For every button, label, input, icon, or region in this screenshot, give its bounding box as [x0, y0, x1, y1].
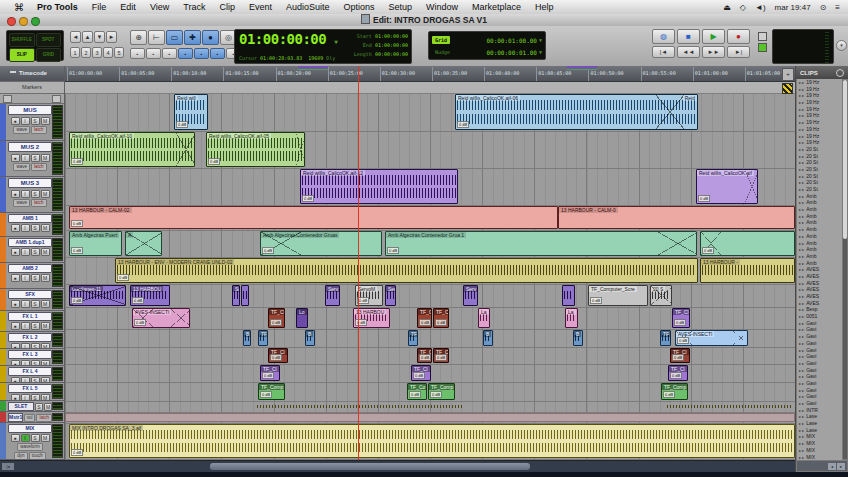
solo-button[interactable]: S	[31, 274, 40, 282]
audio-clip[interactable]: TF_Cl0 dB	[260, 365, 280, 381]
clip-list-item[interactable]: ▸ ▸19 Hz	[797, 112, 842, 119]
audio-clip[interactable]: Gavilanes-110 dB	[69, 285, 126, 306]
ruler-tick[interactable]: 01:00:15:00	[225, 70, 258, 76]
audio-clip[interactable]	[562, 285, 575, 306]
audio-clip[interactable]	[665, 402, 795, 411]
solo-button[interactable]: S	[31, 154, 40, 162]
tool-option-1[interactable]: ▪	[146, 48, 161, 59]
audio-clip[interactable]	[255, 402, 465, 411]
track-name[interactable]: SFX	[8, 290, 52, 299]
clip-list-item[interactable]: ▸ ▸AVES	[797, 273, 842, 280]
clip-list-item[interactable]: ▸ ▸Amb	[797, 240, 842, 247]
automation-mode-selector[interactable]: latch	[31, 163, 47, 171]
clip-list-item[interactable]: ▸ ▸AVES	[797, 280, 842, 287]
menu-item-setup[interactable]: Setup	[382, 0, 420, 14]
audio-clip[interactable]: Ser	[385, 285, 396, 306]
solo-button[interactable]: S	[35, 403, 43, 411]
record-enable-button[interactable]: ●	[11, 154, 20, 162]
track-view-selector[interactable]: wave	[13, 163, 30, 171]
track-name[interactable]: AMB 1	[8, 214, 52, 223]
clip-list-item[interactable]: ▸ ▸AVES	[797, 293, 842, 300]
clip-list-item[interactable]: ▸ ▸19 Hz	[797, 119, 842, 126]
solo-button[interactable]: S	[31, 224, 40, 232]
ruler-tick[interactable]: 01:00:55:00	[643, 70, 676, 76]
record-enable-button[interactable]: ●	[11, 322, 20, 330]
tool-option-3[interactable]: ▪	[178, 48, 193, 59]
audio-clip[interactable]: MIX INTRO DROGAS SA_3.aif0 dB	[69, 424, 795, 458]
input-monitor-button[interactable]: I	[21, 274, 30, 282]
clip-list-item[interactable]: ▸ ▸Gavi	[797, 380, 842, 387]
zoom-preset-3[interactable]: 3	[92, 47, 102, 58]
track-name[interactable]: MUS 2	[8, 142, 52, 152]
timecode-ruler[interactable]: + 01:00:00:0001:00:05:0001:00:10:0001:00…	[65, 66, 795, 82]
audio-clip[interactable]: 13 HARBOUR - CALM-020 dB	[69, 206, 558, 229]
audio-clip[interactable]: TF_Co0 dB	[407, 383, 427, 400]
clip-list-item[interactable]: ▸ ▸20 St	[797, 179, 842, 186]
clip-list-item[interactable]: ▸ ▸20 St	[797, 173, 842, 180]
audio-clip[interactable]: La	[565, 308, 578, 328]
input-monitor-button[interactable]: I	[21, 248, 30, 256]
volume-view-chip[interactable]: vol	[24, 414, 36, 422]
mute-button[interactable]: M	[41, 300, 50, 308]
audio-clip[interactable]: Serv	[325, 285, 340, 306]
audio-clip[interactable]: TF	[258, 330, 268, 346]
solo-button[interactable]: S	[31, 248, 40, 256]
ruler-tick[interactable]: 01:00:20:00	[278, 70, 311, 76]
sort-icon[interactable]	[52, 95, 61, 103]
audio-clip[interactable]: TF_Cl0 dB	[672, 308, 690, 328]
clips-hscrollbar[interactable]: ◂▸	[797, 461, 847, 471]
track-view-selector[interactable]: wave	[13, 126, 30, 134]
horizontal-scrollbar[interactable]: |◂	[0, 460, 795, 472]
audio-clip[interactable]	[241, 285, 249, 306]
list-icon[interactable]: ≡	[835, 3, 840, 12]
mode-shuffle[interactable]: SHUFFLE	[9, 33, 35, 47]
audio-clip[interactable]: TF	[408, 330, 418, 346]
ruler-name-markers[interactable]: Markers	[0, 82, 64, 94]
clip-list-item[interactable]: ▸ ▸20 St	[797, 153, 842, 160]
mute-button[interactable]: M	[41, 224, 50, 232]
audio-clip[interactable]: TF_Comp0 dB	[428, 383, 455, 400]
ruler-plus-button[interactable]: +	[782, 68, 794, 81]
audio-clip[interactable]: Reid willis_CalicoOK.aif-050 dB	[206, 132, 305, 167]
ruler-tick[interactable]: 01:00:30:00	[382, 70, 415, 76]
zoom-preset-5[interactable]: 5	[114, 47, 124, 58]
clip-list-item[interactable]: ▸ ▸Amb	[797, 193, 842, 200]
input-monitor-button[interactable]: I	[21, 434, 30, 442]
toolbar-menu-button[interactable]: ▾	[836, 40, 847, 51]
search-icon[interactable]: ⊙	[820, 3, 827, 12]
audio-clip[interactable]: TF_Cl0 dB	[268, 308, 285, 328]
zoom-preset-4[interactable]: 4	[103, 47, 113, 58]
clip-list-item[interactable]: ▸ ▸19 Hz	[797, 79, 842, 86]
clips-menu-icon[interactable]	[836, 69, 844, 77]
track-name[interactable]: MUS 3	[8, 178, 52, 188]
clip-list-item[interactable]: ▸ ▸Amb	[797, 199, 842, 206]
track-name[interactable]: FX L 3	[8, 350, 52, 359]
clip-list-item[interactable]: ▸ ▸Amb	[797, 226, 842, 233]
record-enable-button[interactable]: ●	[11, 300, 20, 308]
smart-tool[interactable]: ●	[202, 30, 219, 45]
audio-clip[interactable]: 20 S	[650, 285, 672, 306]
track-view-selector[interactable]: waveform	[17, 443, 43, 451]
clip-list-item[interactable]: ▸ ▸Lase	[797, 413, 842, 420]
ruler-tick[interactable]: 01:00:05:00	[121, 70, 154, 76]
audio-clip[interactable]: TF_Cl0 dB	[670, 348, 690, 363]
scroll-left-icon[interactable]: ◂	[828, 463, 836, 470]
menu-item-options[interactable]: Options	[336, 0, 381, 14]
mute-button[interactable]: M	[41, 322, 50, 330]
clip-list-item[interactable]: ▸ ▸Lase	[797, 427, 842, 434]
audio-clip[interactable]: TF_Cl0 dB	[668, 365, 688, 381]
audio-clip[interactable]: TF_Computer_Scre0 dB	[588, 285, 648, 306]
clips-panel-header[interactable]: CLIPS	[796, 66, 848, 79]
mute-button[interactable]: M	[41, 274, 50, 282]
clip-list-item[interactable]: ▸ ▸Gavi	[797, 353, 842, 360]
menu-item-view[interactable]: View	[143, 0, 176, 14]
markers-ruler[interactable]	[65, 82, 795, 94]
trim-tool[interactable]: ⊢	[148, 30, 165, 45]
clip-list-item[interactable]: ▸ ▸INTR	[797, 407, 842, 414]
menu-item-audiosuite[interactable]: AudioSuite	[279, 0, 337, 14]
go-to-end-button[interactable]: ►|	[727, 46, 750, 58]
input-monitor-button[interactable]: I	[21, 300, 30, 308]
track-name[interactable]: MIX	[8, 424, 52, 433]
clip-list-item[interactable]: ▸ ▸MIX	[797, 440, 842, 447]
track-name[interactable]: MUS	[8, 105, 52, 115]
